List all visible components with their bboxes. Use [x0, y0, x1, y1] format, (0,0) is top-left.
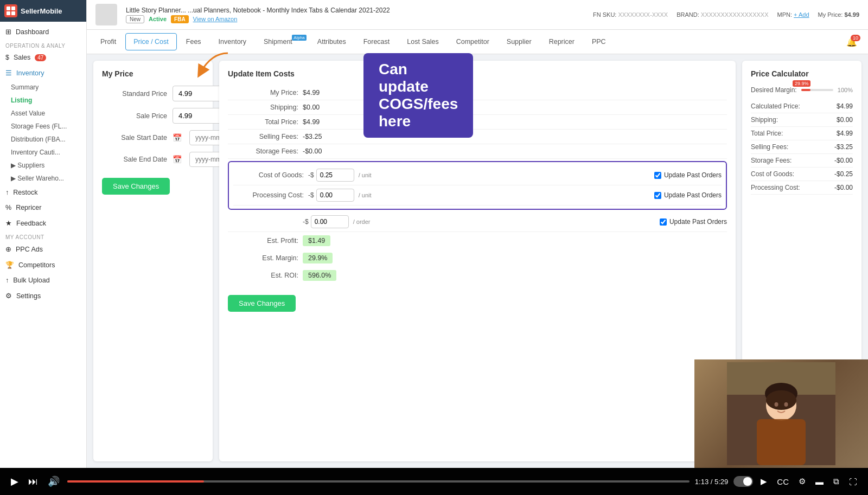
costs-panel: Update Item Costs My Price: $4.99 Shippi…	[219, 61, 736, 461]
webcam-inner	[694, 359, 868, 468]
product-header: Little Story Planner... ...ual Planners,…	[87, 0, 868, 30]
sidebar-item-sales[interactable]: $ Sales 47	[0, 50, 86, 65]
tab-inventory[interactable]: Inventory	[210, 33, 254, 50]
extra-checkbox[interactable]	[660, 218, 667, 226]
cogs-input[interactable]	[316, 169, 354, 182]
product-meta: FN SKU: XXXXXXXX-XXXX	[593, 11, 668, 18]
sale-end-row: Sale End Date 📅	[102, 152, 204, 167]
product-info: Little Story Planner... ...ual Planners,…	[126, 7, 584, 23]
volume-button[interactable]: 🔊	[46, 473, 62, 490]
view-on-amazon-link[interactable]: View on Amazon	[193, 16, 238, 22]
tab-forecast[interactable]: Forecast	[355, 33, 398, 50]
calc-cogs-label: Cost of Goods:	[751, 170, 794, 178]
desired-margin-row: Desired Margin: 29.9% 100%	[751, 86, 853, 94]
progress-fill	[67, 480, 204, 483]
calc-row-storage: Storage Fees: -$0.00	[751, 154, 853, 168]
calendar-icon-start: 📅	[173, 133, 182, 142]
sidebar-item-competitors[interactable]: 🏆 Competitors	[0, 257, 86, 273]
cogs-checkbox[interactable]	[654, 172, 661, 179]
sidebar-item-ppc[interactable]: ⊕ PPC Ads	[0, 241, 86, 257]
sidebar-label-dashboard: Dashboard	[16, 28, 49, 36]
processing-prefix: -$	[308, 191, 314, 199]
extra-input[interactable]	[311, 215, 349, 228]
sidebar-sub-asset[interactable]: Asset Value	[0, 107, 86, 120]
standard-price-row: Standard Price	[102, 86, 204, 101]
sidebar-item-inventory[interactable]: ☰ Inventory	[0, 65, 86, 81]
sidebar-sub-summary[interactable]: Summary	[0, 81, 86, 94]
cc-icon[interactable]: CC	[775, 475, 791, 488]
myprice-label: My Price:	[228, 89, 298, 97]
alpha-badge: Alpha	[292, 35, 306, 41]
next-button[interactable]: ⏭	[26, 474, 40, 490]
inventory-icon: ☰	[5, 69, 12, 77]
slider-badge: 29.9%	[793, 80, 811, 87]
fullscreen-icon[interactable]: ⛶	[847, 475, 859, 488]
ppc-label: PPC Ads	[16, 246, 43, 253]
sidebar-sub-suppliers[interactable]: ▶ Suppliers	[0, 159, 86, 172]
sidebar-sub-seller-wh[interactable]: ▶ Seller Wareho...	[0, 172, 86, 185]
play-circle-icon[interactable]: ▶	[758, 474, 769, 488]
slider-track	[801, 89, 833, 91]
sidebar-item-restock[interactable]: ↑ Restock	[0, 185, 86, 200]
selling-label: Selling Fees:	[228, 133, 298, 140]
time-separator: /	[711, 478, 714, 486]
tab-price-cost[interactable]: Price / Cost	[125, 33, 177, 50]
bell-badge: 10	[851, 35, 860, 41]
brand-meta: BRAND: XXXXXXXXXXXXXXXXX	[676, 11, 768, 18]
tab-lost-sales[interactable]: Lost Sales	[399, 33, 446, 50]
standard-price-label: Standard Price	[102, 90, 167, 98]
tab-repricer[interactable]: Repricer	[541, 33, 583, 50]
repricer-label: Repricer	[16, 204, 41, 211]
save-myprice-button[interactable]: Save Changes	[102, 178, 170, 195]
calc-row-total: Total Price: $4.99	[751, 127, 853, 140]
status-fba: FBA	[171, 15, 189, 23]
mpn-meta: MPN: + Add	[777, 11, 809, 18]
sidebar-sub-inv-caution[interactable]: Inventory Cauti...	[0, 146, 86, 159]
tab-shipment[interactable]: Shipment Alpha	[256, 33, 308, 50]
app-title: SellerMobile	[21, 7, 62, 15]
mpn-add-link[interactable]: + Add	[794, 11, 809, 18]
competitors-label: Competitors	[18, 261, 55, 269]
restock-label: Restock	[13, 189, 37, 196]
storage-value: -$0.00	[303, 147, 346, 155]
processing-input[interactable]	[316, 189, 354, 202]
bulk-upload-label: Bulk Upload	[13, 277, 49, 284]
cost-row-storage: Storage Fees: -$0.00	[228, 144, 727, 159]
time-display: 1:13 / 5:29	[695, 478, 728, 486]
calc-row-processing: Processing Cost: -$0.00	[751, 181, 853, 195]
theater-icon[interactable]: ▬	[813, 475, 826, 488]
sidebar-sub-listing[interactable]: Listing	[0, 94, 86, 107]
pip-icon[interactable]: ⧉	[831, 474, 841, 488]
sidebar-item-feedback[interactable]: ★ Feedback	[0, 215, 86, 231]
gear-icon[interactable]: ⚙	[796, 474, 808, 488]
sidebar-sub-distribution[interactable]: Distribution (FBA...	[0, 133, 86, 146]
sidebar-item-dashboard[interactable]: ⊞ Dashboard	[0, 24, 86, 40]
settings-icon: ⚙	[5, 292, 12, 300]
tab-ppc[interactable]: PPC	[584, 33, 614, 50]
sidebar-item-settings[interactable]: ⚙ Settings	[0, 288, 86, 304]
processing-checkbox[interactable]	[654, 192, 661, 199]
svg-point-9	[766, 390, 796, 410]
save-costs-button[interactable]: Save Changes	[228, 295, 296, 312]
bell-button[interactable]: 🔔 10	[841, 34, 863, 50]
tab-fees[interactable]: Fees	[178, 33, 209, 50]
calc-storage-value: -$0.00	[834, 157, 853, 164]
tab-supplier[interactable]: Supplier	[499, 33, 540, 50]
calc-shipping-label: Shipping:	[751, 116, 778, 124]
sidebar-item-bulk-upload[interactable]: ↑ Bulk Upload	[0, 273, 86, 288]
repricer-icon: %	[5, 204, 11, 211]
tab-attributes[interactable]: Attributes	[309, 33, 354, 50]
distribution-label: Distribution (FBA...	[11, 136, 66, 143]
cogs-checkbox-label: Update Past Orders	[664, 171, 722, 179]
seller-wh-label: Seller Wareho...	[17, 175, 64, 182]
feedback-label: Feedback	[16, 220, 46, 227]
tab-competitor[interactable]: Competitor	[448, 33, 497, 50]
tab-profit[interactable]: Profit	[92, 33, 124, 50]
settings-toggle[interactable]	[733, 476, 753, 487]
sidebar-sub-storage[interactable]: Storage Fees (FL...	[0, 120, 86, 133]
play-button[interactable]: ▶	[9, 473, 21, 490]
sidebar-item-repricer[interactable]: % Repricer	[0, 200, 86, 215]
progress-bar[interactable]	[67, 480, 690, 483]
calc-shipping-value: $0.00	[837, 116, 853, 124]
cogs-prefix: -$	[308, 171, 314, 179]
